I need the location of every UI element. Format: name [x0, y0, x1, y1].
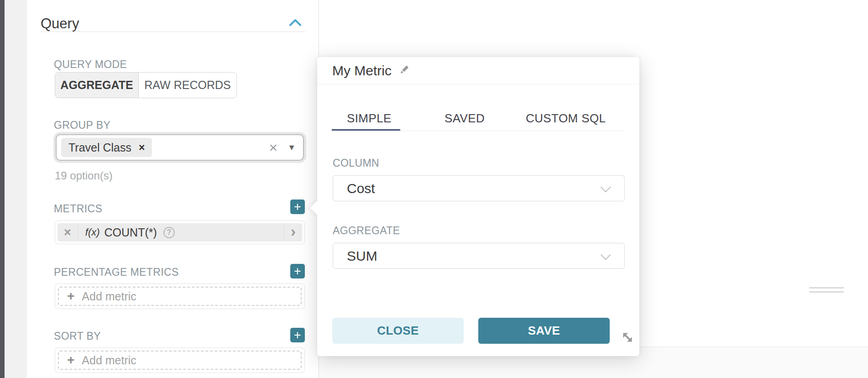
tag-remove-icon[interactable]: × [139, 142, 145, 154]
pane-resize-handle-icon[interactable] [809, 287, 844, 289]
section-title-query: Query [41, 16, 79, 32]
add-metric-placeholder: Add metric [82, 354, 136, 367]
sort-by-add-metric[interactable]: + Add metric [58, 351, 302, 370]
aggregate-select-value: SUM [347, 248, 603, 264]
plus-icon: + [67, 290, 74, 303]
panel-gutter [5, 0, 26, 378]
add-percentage-metric-plus-button[interactable]: + [290, 264, 305, 278]
add-metric-placeholder: Add metric [82, 290, 136, 303]
popover-arrow [310, 200, 324, 215]
app-left-edge [0, 0, 5, 378]
sort-by-label: SORT BY [54, 330, 101, 342]
plus-icon: + [294, 201, 301, 213]
collapse-section-chevron-icon[interactable] [288, 18, 302, 29]
aggregate-label: AGGREGATE [333, 225, 400, 237]
chart-builder-screen: Query QUERY MODE AGGREGATE RAW RECORDS G… [0, 0, 868, 378]
percentage-metrics-container: + Add metric [55, 284, 305, 309]
query-mode-segmented-control: AGGREGATE RAW RECORDS [55, 72, 237, 98]
sort-by-container: + Add metric [55, 347, 305, 373]
function-icon: f(x) [85, 226, 100, 238]
aggregate-mode-button[interactable]: AGGREGATE [55, 73, 139, 98]
percentage-metrics-add-metric[interactable]: + Add metric [58, 287, 302, 306]
popover-resize-icon[interactable] [620, 330, 635, 347]
metric-expression: COUNT(*) [105, 226, 157, 239]
group-by-tag: Travel Class × [61, 138, 152, 157]
query-mode-label: QUERY MODE [54, 58, 127, 71]
column-label: COLUMN [333, 157, 379, 169]
group-by-tag-label: Travel Class [68, 141, 131, 154]
percentage-metrics-label: PERCENTAGE METRICS [54, 266, 179, 278]
edit-title-pencil-icon[interactable] [398, 64, 410, 78]
tab-simple[interactable]: SIMPLE [347, 111, 392, 126]
caret-down-icon[interactable]: ▼ [288, 143, 296, 152]
tab-saved[interactable]: SAVED [444, 111, 485, 126]
metrics-container: × f(x) COUNT(*) ? › [55, 220, 305, 244]
metric-pill[interactable]: × f(x) COUNT(*) ? › [58, 223, 302, 242]
popover-title: My Metric [332, 63, 392, 79]
metric-expand-chevron-icon[interactable]: › [284, 223, 302, 242]
plus-icon: + [294, 265, 301, 278]
pane-resize-handle-icon[interactable] [809, 291, 844, 293]
aggregate-select[interactable]: SUM [333, 243, 625, 269]
tabs-divider [332, 131, 625, 131]
add-metric-plus-button[interactable]: + [290, 200, 305, 214]
add-sort-by-plus-button[interactable]: + [290, 328, 305, 342]
raw-records-mode-button[interactable]: RAW RECORDS [139, 73, 236, 98]
plus-icon: + [67, 354, 74, 367]
help-circle-icon: ? [163, 227, 175, 238]
save-button[interactable]: SAVE [478, 318, 610, 344]
column-select-value: Cost [347, 181, 603, 196]
group-by-options-count: 19 option(s) [55, 169, 113, 182]
clear-all-icon[interactable]: × [269, 140, 277, 155]
tab-custom-sql[interactable]: CUSTOM SQL [526, 111, 606, 126]
pill-divider [78, 223, 78, 242]
popover-header: My Metric [317, 57, 639, 84]
group-by-label: GROUP BY [54, 119, 110, 131]
close-button[interactable]: CLOSE [332, 318, 464, 344]
metrics-label: METRICS [54, 203, 102, 215]
column-select[interactable]: Cost [333, 175, 625, 201]
group-by-select[interactable]: Travel Class × × ▼ [56, 134, 304, 161]
metric-remove-icon[interactable]: × [58, 226, 78, 240]
metric-editor-popover: My Metric SIMPLE SAVED CUSTOM SQL COLUMN… [317, 57, 639, 356]
plus-icon: + [294, 329, 301, 341]
section-divider [41, 31, 305, 32]
